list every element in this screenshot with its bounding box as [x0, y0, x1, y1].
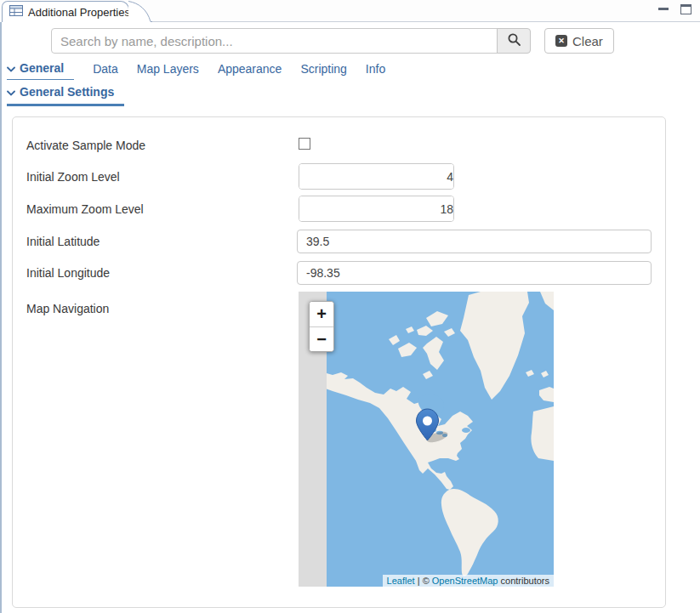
tab-general-label: General [20, 61, 64, 75]
initial-longitude-input[interactable] [297, 261, 652, 285]
tab-swoosh-shape [128, 1, 152, 26]
field-label: Map Navigation [26, 292, 299, 315]
form-row-map-navigation: Map Navigation [26, 292, 652, 587]
map-zoom-control: + − [309, 301, 334, 352]
clear-button-label: Clear [572, 34, 603, 48]
world-map-graphic [299, 292, 554, 587]
openstreetmap-link[interactable]: OpenStreetMap [432, 576, 498, 586]
clear-button[interactable]: ✕ Clear [544, 28, 614, 54]
attribution-suffix: contributors [501, 576, 549, 586]
tab-info[interactable]: Info [366, 62, 385, 80]
view-content: ✕ Clear General Data Map Layers Appearan… [0, 22, 700, 613]
section-header-general-settings[interactable]: General Settings [7, 84, 124, 106]
zoom-in-button[interactable]: + [310, 302, 333, 326]
leaflet-map[interactable]: + − Leaflet | © OpenStreetMap contributo… [299, 292, 554, 587]
section-title: General Settings [20, 85, 114, 99]
search-button[interactable] [497, 28, 531, 54]
initial-zoom-level-input[interactable] [299, 164, 454, 189]
initial-zoom-level-spinner [299, 163, 454, 190]
activate-sample-mode-checkbox[interactable] [299, 138, 310, 150]
general-settings-card: Activate Sample Mode Initial Zoom Level [12, 116, 666, 608]
view-tab-additional-properties[interactable]: Additional Properties ✕ [2, 1, 129, 22]
form-row-initial-latitude: Initial Latitude [26, 230, 652, 253]
view-tabbar: Additional Properties ✕ [0, 0, 700, 22]
field-label: Initial Zoom Level [26, 170, 299, 184]
tab-scripting[interactable]: Scripting [300, 62, 346, 80]
search-icon [507, 32, 521, 50]
form-row-initial-longitude: Initial Longitude [26, 261, 652, 285]
maximize-icon[interactable] [680, 4, 691, 14]
field-label: Activate Sample Mode [26, 139, 299, 152]
tabbar-separator [145, 21, 700, 22]
leaflet-link[interactable]: Leaflet [387, 576, 415, 586]
map-attribution: Leaflet | © OpenStreetMap contributors [383, 575, 554, 587]
additional-properties-view: Additional Properties ✕ [0, 0, 700, 613]
view-tab-title: Additional Properties [28, 6, 130, 19]
field-label: Initial Latitude [26, 235, 297, 248]
property-tabs: General Data Map Layers Appearance Scrip… [7, 61, 700, 80]
minimize-icon[interactable] [658, 6, 669, 10]
maximum-zoom-level-spinner [299, 196, 454, 222]
properties-table-icon [9, 4, 23, 20]
form-row-activate-sample-mode: Activate Sample Mode [26, 138, 652, 153]
form-row-maximum-zoom-level: Maximum Zoom Level [26, 196, 652, 222]
tab-appearance[interactable]: Appearance [218, 62, 282, 80]
zoom-out-button[interactable]: − [310, 326, 333, 351]
chevron-down-icon [7, 84, 15, 99]
initial-latitude-input[interactable] [297, 230, 652, 253]
search-input[interactable] [51, 28, 498, 54]
copyright-symbol: © [423, 576, 430, 586]
field-label: Maximum Zoom Level [26, 202, 299, 216]
chevron-down-icon [7, 61, 15, 75]
attribution-separator: | [418, 576, 420, 586]
tab-map-layers[interactable]: Map Layers [137, 62, 199, 80]
maximum-zoom-level-input[interactable] [299, 196, 454, 221]
tab-general[interactable]: General [7, 61, 74, 80]
clear-icon: ✕ [555, 35, 567, 47]
tab-data[interactable]: Data [93, 62, 118, 80]
field-label: Initial Longitude [26, 266, 297, 280]
form-row-initial-zoom-level: Initial Zoom Level [26, 163, 652, 190]
search-row: ✕ Clear [51, 28, 700, 54]
